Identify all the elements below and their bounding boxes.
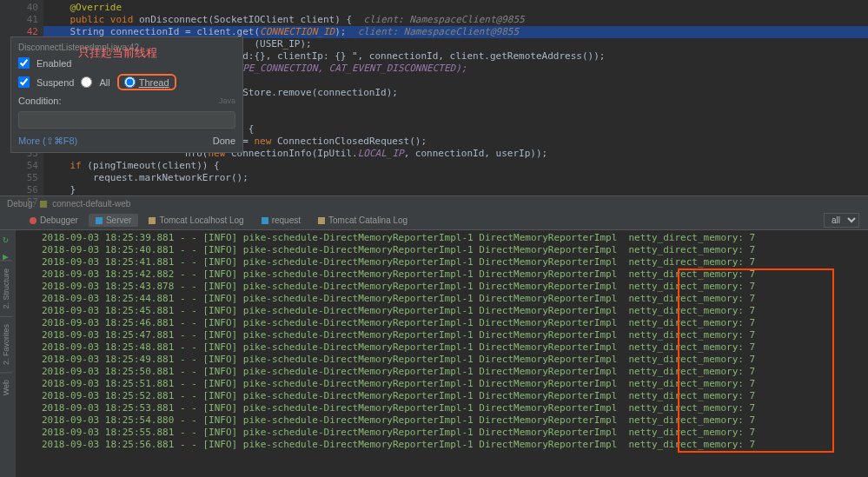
- request-icon: [262, 217, 268, 224]
- log-line: 2018-09-03 18:25:48.881 - - [INFO] pike-…: [42, 341, 868, 354]
- log-line: 2018-09-03 18:25:51.881 - - [INFO] pike-…: [42, 378, 868, 390]
- tab-request[interactable]: request: [255, 214, 308, 227]
- log-line: 2018-09-03 18:25:55.881 - - [INFO] pike-…: [42, 427, 868, 439]
- console-output[interactable]: 统计线程依然在统计 2018-09-03 18:25:39.881 - - [I…: [16, 230, 868, 477]
- log-line: 2018-09-03 18:25:45.881 - - [INFO] pike-…: [42, 305, 868, 317]
- log-line: 2018-09-03 18:25:54.880 - - [INFO] pike-…: [42, 414, 868, 427]
- run-config-icon: [40, 201, 47, 208]
- log-line: 2018-09-03 18:25:40.881 - - [INFO] pike-…: [42, 244, 868, 256]
- log-line: 2018-09-03 18:25:46.881 - - [INFO] pike-…: [42, 317, 868, 329]
- annotation-suspend-thread: 只挂起当前线程: [78, 45, 157, 61]
- all-label: All: [99, 77, 109, 88]
- thread-option-highlight: Thread: [117, 74, 176, 90]
- thread-label: Thread: [139, 77, 169, 88]
- debug-toolwindow-header: Debug: connect-default-web: [0, 195, 868, 211]
- tab-web[interactable]: Web: [0, 372, 12, 402]
- log-line: 2018-09-03 18:25:43.878 - - [INFO] pike-…: [42, 281, 868, 293]
- console-tabs-bar: Debugger Server Tomcat Localhost Log req…: [0, 211, 868, 230]
- log-line: 2018-09-03 18:25:49.881 - - [INFO] pike-…: [42, 354, 868, 366]
- tab-catalina-log[interactable]: Tomcat Catalina Log: [311, 214, 414, 227]
- run-config-name: connect-default-web: [52, 199, 130, 209]
- lang-label: Java: [219, 96, 235, 105]
- condition-input[interactable]: [18, 111, 235, 129]
- server-icon: [96, 217, 103, 224]
- log-filter-dropdown[interactable]: all: [824, 213, 859, 228]
- log-line: 2018-09-03 18:25:56.881 - - [INFO] pike-…: [42, 439, 868, 451]
- tomcat-icon: [318, 217, 325, 224]
- log-line: 2018-09-03 18:25:52.881 - - [INFO] pike-…: [42, 390, 868, 402]
- thread-radio[interactable]: [124, 76, 136, 88]
- tomcat-icon: [149, 217, 156, 224]
- log-line: 2018-09-03 18:25:39.881 - - [INFO] pike-…: [42, 232, 868, 244]
- tab-structure[interactable]: 2. Structure: [0, 261, 12, 316]
- tab-server[interactable]: Server: [89, 214, 138, 227]
- log-line: 2018-09-03 18:25:53.881 - - [INFO] pike-…: [42, 402, 868, 414]
- tab-debugger[interactable]: Debugger: [23, 214, 85, 227]
- condition-label: Condition:: [18, 96, 62, 106]
- tab-localhost-log[interactable]: Tomcat Localhost Log: [142, 214, 250, 227]
- log-line: 2018-09-03 18:25:44.881 - - [INFO] pike-…: [42, 293, 868, 305]
- suspend-checkbox[interactable]: [18, 76, 30, 88]
- suspend-label: Suspend: [36, 77, 74, 88]
- log-line: 2018-09-03 18:25:50.881 - - [INFO] pike-…: [42, 366, 868, 378]
- tab-favorites[interactable]: 2. Favorites: [0, 316, 12, 372]
- all-radio[interactable]: [81, 76, 92, 88]
- enabled-checkbox[interactable]: [18, 57, 30, 69]
- more-link[interactable]: More (⇧⌘F8): [18, 136, 77, 147]
- done-button[interactable]: Done: [213, 136, 235, 147]
- log-line: 2018-09-03 18:25:47.881 - - [INFO] pike-…: [42, 329, 868, 341]
- log-line: 2018-09-03 18:25:41.881 - - [INFO] pike-…: [42, 256, 868, 268]
- code-editor[interactable]: 40 41 42 53 54 55 56 57 @Override public…: [0, 0, 868, 195]
- left-toolwindow-tabs: 2. Structure 2. Favorites Web: [0, 261, 16, 402]
- rerun-icon[interactable]: ↻: [3, 234, 13, 244]
- bug-icon: [30, 217, 36, 224]
- enabled-label: Enabled: [36, 58, 71, 69]
- log-line: 2018-09-03 18:25:42.882 - - [INFO] pike-…: [42, 268, 868, 281]
